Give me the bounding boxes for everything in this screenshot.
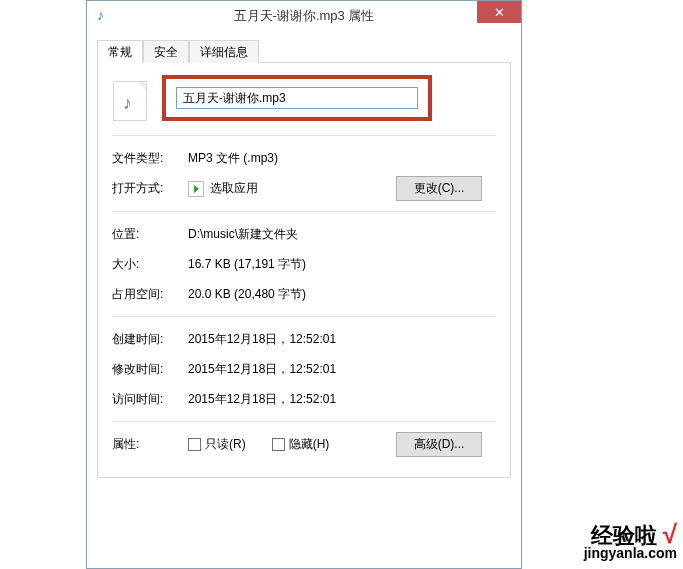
close-button[interactable]: ✕ [477, 1, 521, 23]
readonly-checkbox-wrap[interactable]: 只读(R) [188, 436, 246, 453]
label-modified: 修改时间: [112, 361, 188, 378]
hidden-label: 隐藏(H) [289, 436, 330, 453]
label-location: 位置: [112, 226, 188, 243]
label-opens-with: 打开方式: [112, 180, 188, 197]
row-size-on-disk: 占用空间: 20.0 KB (20,480 字节) [112, 282, 496, 306]
row-opens-with: 打开方式: 选取应用 更改(C)... [112, 176, 496, 201]
value-modified: 2015年12月18日，12:52:01 [188, 361, 496, 378]
readonly-checkbox[interactable] [188, 438, 201, 451]
value-size-on-disk: 20.0 KB (20,480 字节) [188, 286, 496, 303]
label-attributes: 属性: [112, 436, 188, 453]
watermark-text: 经验啦 [591, 523, 657, 548]
label-size-on-disk: 占用空间: [112, 286, 188, 303]
tab-general[interactable]: 常规 [97, 40, 143, 63]
tab-security[interactable]: 安全 [143, 40, 189, 63]
label-filetype: 文件类型: [112, 150, 188, 167]
row-location: 位置: D:\music\新建文件夹 [112, 222, 496, 246]
row-attributes: 属性: 只读(R) 隐藏(H) 高级(D)... [112, 432, 496, 457]
window-title: 五月天-谢谢你.mp3 属性 [87, 7, 521, 25]
tabs: 常规 安全 详细信息 [97, 39, 511, 63]
choose-app-icon [188, 181, 204, 197]
row-accessed: 访问时间: 2015年12月18日，12:52:01 [112, 387, 496, 411]
readonly-label: 只读(R) [205, 436, 246, 453]
titlebar[interactable]: ♪ 五月天-谢谢你.mp3 属性 ✕ [87, 1, 521, 31]
client-area: 常规 安全 详细信息 ♪ 文件类型: MP3 文件 (.mp3) 打开方式: [87, 31, 521, 568]
value-created: 2015年12月18日，12:52:01 [188, 331, 496, 348]
separator [112, 421, 496, 422]
watermark-url: jingyanla.com [584, 545, 677, 561]
value-location: D:\music\新建文件夹 [188, 226, 496, 243]
watermark-check-icon: √ [663, 519, 677, 549]
row-filetype: 文件类型: MP3 文件 (.mp3) [112, 146, 496, 170]
opens-with-text: 选取应用 [210, 180, 258, 197]
label-size: 大小: [112, 256, 188, 273]
music-file-large-icon: ♪ [113, 81, 147, 121]
tab-panel-general: ♪ 文件类型: MP3 文件 (.mp3) 打开方式: 选取应用 更改(C)..… [97, 63, 511, 478]
row-modified: 修改时间: 2015年12月18日，12:52:01 [112, 357, 496, 381]
value-opens-with: 选取应用 [188, 180, 396, 197]
row-size: 大小: 16.7 KB (17,191 字节) [112, 252, 496, 276]
value-filetype: MP3 文件 (.mp3) [188, 150, 496, 167]
label-created: 创建时间: [112, 331, 188, 348]
separator [112, 316, 496, 317]
hidden-checkbox[interactable] [272, 438, 285, 451]
file-icon: ♪ [113, 81, 163, 121]
separator [112, 135, 496, 136]
properties-window: ♪ 五月天-谢谢你.mp3 属性 ✕ 常规 安全 详细信息 ♪ 文件类型: MP… [86, 0, 522, 569]
filename-highlight [162, 75, 432, 121]
watermark: 经验啦 √ jingyanla.com [584, 519, 677, 561]
advanced-button[interactable]: 高级(D)... [396, 432, 482, 457]
value-size: 16.7 KB (17,191 字节) [188, 256, 496, 273]
value-accessed: 2015年12月18日，12:52:01 [188, 391, 496, 408]
tab-details[interactable]: 详细信息 [189, 40, 259, 63]
music-file-icon: ♪ [97, 8, 113, 24]
row-created: 创建时间: 2015年12月18日，12:52:01 [112, 327, 496, 351]
label-accessed: 访问时间: [112, 391, 188, 408]
filename-input[interactable] [176, 87, 418, 109]
change-button[interactable]: 更改(C)... [396, 176, 482, 201]
separator [112, 211, 496, 212]
hidden-checkbox-wrap[interactable]: 隐藏(H) [272, 436, 330, 453]
